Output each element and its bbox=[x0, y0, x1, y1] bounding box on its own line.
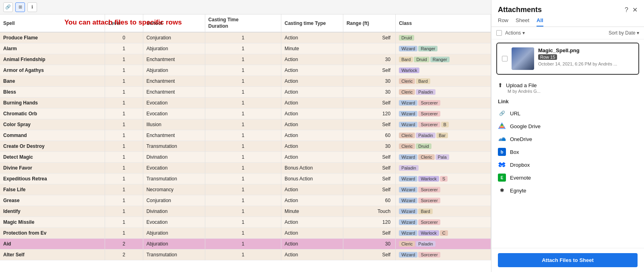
attachment-checkbox[interactable] bbox=[502, 56, 508, 61]
table-row[interactable]: Command 1 Enchantment 1 Action 60 Cleric… bbox=[0, 130, 491, 141]
panel-tabs: Row Sheet All bbox=[491, 14, 644, 27]
cell-range: 120 bbox=[343, 108, 395, 119]
tab-all[interactable]: All bbox=[537, 17, 543, 27]
attachment-item[interactable]: Magic_Spell.png Row 15 October 14, 2021,… bbox=[496, 43, 639, 75]
panel-content: Magic_Spell.png Row 15 October 14, 2021,… bbox=[491, 39, 644, 248]
table-row[interactable]: Alter Self 2 Transmutation 1 Action Self… bbox=[0, 250, 491, 260]
cell-casting-time: 1 bbox=[205, 163, 281, 174]
table-row[interactable]: Protection from Ev 1 Abjuration 1 Action… bbox=[0, 228, 491, 239]
actions-dropdown-btn[interactable]: Actions ▾ bbox=[505, 30, 525, 36]
link-dropbox[interactable]: Dropbox bbox=[498, 158, 638, 171]
table-row[interactable]: Armor of Agathys 1 Abjuration 1 Action S… bbox=[0, 65, 491, 76]
gdrive-label: Google Drive bbox=[510, 123, 541, 129]
cell-casting-type: Action bbox=[281, 130, 343, 141]
table-wrapper[interactable]: Spell Level School Casting TimeDuration … bbox=[0, 14, 491, 272]
box-label: Box bbox=[510, 149, 519, 155]
upload-btn-row[interactable]: ⬆ Upload a File bbox=[498, 82, 638, 88]
cell-range: Self bbox=[343, 32, 395, 43]
link-gdrive[interactable]: Google Drive bbox=[498, 120, 638, 133]
cell-school: Illusion bbox=[143, 119, 205, 130]
panel-toolbar: Actions ▾ Sort by Date ▾ bbox=[491, 27, 644, 39]
cell-school: Abjuration bbox=[143, 228, 205, 239]
cell-casting-type: Action bbox=[281, 98, 343, 108]
tab-row[interactable]: Row bbox=[498, 17, 508, 27]
cell-spell: Magic Missile bbox=[0, 217, 105, 228]
cell-spell: Identify bbox=[0, 206, 105, 217]
table-row[interactable]: Detect Magic 1 Divination 1 Action Self … bbox=[0, 152, 491, 163]
cell-spell: Command bbox=[0, 130, 105, 141]
cell-casting-time: 1 bbox=[205, 206, 281, 217]
table-row[interactable]: Create Or Destroy 1 Transmutation 1 Acti… bbox=[0, 141, 491, 152]
dropbox-icon bbox=[498, 161, 506, 169]
table-row[interactable]: Aid 2 Abjuration 1 Action 30 ClericPalad… bbox=[0, 239, 491, 250]
table-row[interactable]: Magic Missile 1 Evocation 1 Action 120 W… bbox=[0, 217, 491, 228]
table-row[interactable]: Identify 1 Divination 1 Minute Touch Wiz… bbox=[0, 206, 491, 217]
table-row[interactable]: Chromatic Orb 1 Evocation 1 Action 120 W… bbox=[0, 108, 491, 119]
toolbar-grid-btn[interactable]: ⊞ bbox=[15, 2, 25, 12]
cell-school: Transmutation bbox=[143, 250, 205, 260]
class-tag: Ranger bbox=[418, 46, 438, 51]
cell-casting-type: Minute bbox=[281, 206, 343, 217]
toolbar-link-btn[interactable]: 🔗 bbox=[3, 2, 13, 12]
col-header-casting-type: Casting time Type bbox=[281, 14, 343, 32]
table-row[interactable]: Expeditious Retrea 1 Transmutation 1 Bon… bbox=[0, 174, 491, 184]
panel-header-icons: ? ✕ bbox=[625, 6, 638, 14]
attachment-date: October 14, 2021, 6:26 PM by Andrés ... bbox=[538, 61, 634, 66]
cell-class: WizardSorcerer bbox=[396, 195, 491, 206]
link-onedrive[interactable]: OneDrive bbox=[498, 133, 638, 145]
panel-close-btn[interactable]: ✕ bbox=[632, 6, 638, 14]
cell-spell: Alter Self bbox=[0, 250, 105, 260]
table-row[interactable]: Produce Flame 0 Conjuration 1 Action Sel… bbox=[0, 32, 491, 43]
class-tag: Warlock bbox=[418, 230, 439, 236]
cell-range: 60 bbox=[343, 130, 395, 141]
cell-range: Self bbox=[343, 228, 395, 239]
link-evernote[interactable]: E Evernote bbox=[498, 171, 638, 184]
cell-school: Conjuration bbox=[143, 32, 205, 43]
select-all-checkbox[interactable] bbox=[496, 30, 502, 36]
attach-files-btn[interactable]: Attach Files to Sheet bbox=[498, 253, 638, 267]
table-row[interactable]: Grease 1 Conjuration 1 Action 60 WizardS… bbox=[0, 195, 491, 206]
class-tag: Druid bbox=[414, 57, 429, 62]
cell-school: Evocation bbox=[143, 108, 205, 119]
toolbar-info-btn[interactable]: ℹ bbox=[27, 2, 37, 12]
link-egnyte[interactable]: ✱ Egnyte bbox=[498, 184, 638, 197]
cell-range: 60 bbox=[343, 195, 395, 206]
table-row[interactable]: False Life 1 Necromancy 1 Action Self Wi… bbox=[0, 184, 491, 195]
cell-level: 2 bbox=[105, 239, 143, 250]
cell-class: WizardClericPala bbox=[396, 152, 491, 163]
class-tag: Wizard bbox=[399, 219, 417, 225]
cell-casting-type: Action bbox=[281, 32, 343, 43]
sort-btn[interactable]: Sort by Date ▾ bbox=[609, 30, 639, 36]
cell-range: 30 bbox=[343, 54, 395, 65]
cell-casting-type: Action bbox=[281, 54, 343, 65]
table-row[interactable]: Divine Favor 1 Evocation 1 Bonus Action … bbox=[0, 163, 491, 174]
cell-school: Transmutation bbox=[143, 174, 205, 184]
cell-spell: Bless bbox=[0, 87, 105, 98]
link-box[interactable]: b Box bbox=[498, 145, 638, 158]
table-area: 🔗 ⊞ ℹ You can attach files to specific r… bbox=[0, 0, 491, 272]
panel-help-btn[interactable]: ? bbox=[625, 6, 628, 14]
cell-spell: Grease bbox=[0, 195, 105, 206]
table-row[interactable]: Animal Friendship 1 Enchantment 1 Action… bbox=[0, 54, 491, 65]
link-url[interactable]: 🔗 URL bbox=[498, 107, 638, 120]
cell-class: ClericPaladin bbox=[396, 239, 491, 250]
cell-casting-time: 1 bbox=[205, 141, 281, 152]
class-tag: Wizard bbox=[399, 154, 417, 160]
attachment-filename: Magic_Spell.png bbox=[538, 47, 634, 53]
panel-title: Attachments bbox=[498, 6, 542, 14]
class-tag: Sorcerer bbox=[418, 111, 440, 117]
cell-casting-time: 1 bbox=[205, 87, 281, 98]
cell-level: 1 bbox=[105, 87, 143, 98]
tab-sheet[interactable]: Sheet bbox=[516, 17, 529, 27]
table-row[interactable]: Bane 1 Enchantment 1 Action 30 ClericBar… bbox=[0, 76, 491, 87]
upload-sub: M by Andrés G... bbox=[498, 89, 638, 94]
table-row[interactable]: Color Spray 1 Illusion 1 Action Self Wiz… bbox=[0, 119, 491, 130]
cell-casting-type: Action bbox=[281, 184, 343, 195]
cell-class: WizardSorcerer bbox=[396, 184, 491, 195]
cell-class: WizardWarlockC bbox=[396, 228, 491, 239]
cell-class: Warlock bbox=[396, 65, 491, 76]
table-row[interactable]: Alarm 1 Abjuration 1 Minute WizardRanger bbox=[0, 43, 491, 54]
table-row[interactable]: Bless 1 Enchantment 1 Action 30 ClericPa… bbox=[0, 87, 491, 98]
cell-level: 1 bbox=[105, 206, 143, 217]
table-row[interactable]: Burning Hands 1 Evocation 1 Action Self … bbox=[0, 98, 491, 108]
